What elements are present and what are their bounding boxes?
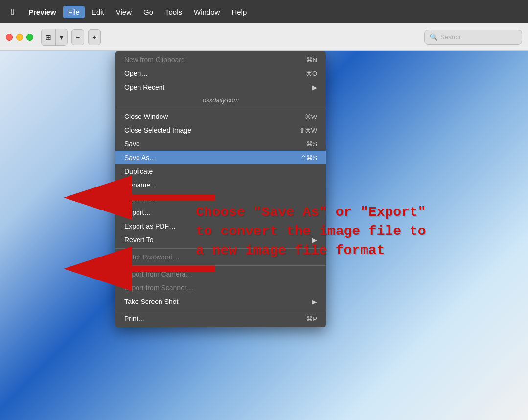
menubar-file[interactable]: File	[63, 6, 85, 18]
sidebar-toggle-group: ⊞ ▾	[41, 29, 68, 46]
zoom-in-icon: +	[92, 33, 96, 41]
menu-item-close-selected[interactable]: Close Selected Image ⇧⌘W	[115, 123, 326, 137]
menu-item-shortcut-take-screenshot: ▶	[312, 298, 317, 305]
menu-item-label-save-as: Save As…	[124, 154, 156, 162]
annotation-line-1: Choose "Save As" or "Export"	[196, 203, 518, 222]
menu-item-shortcut-print: ⌘P	[306, 315, 317, 323]
menu-item-duplicate[interactable]: Duplicate	[115, 164, 326, 178]
search-icon: 🔍	[430, 33, 437, 41]
chevron-down-icon: ▾	[60, 33, 63, 41]
menu-item-label-new-clipboard: New from Clipboard	[124, 56, 185, 64]
apple-menu[interactable]: 	[6, 5, 20, 19]
menu-item-label-import-scanner: Import from Scanner…	[124, 284, 194, 292]
traffic-lights	[6, 34, 33, 41]
close-button[interactable]	[6, 34, 13, 41]
menu-item-label-duplicate: Duplicate	[124, 167, 153, 175]
menu-item-open-recent[interactable]: Open Recent ▶	[115, 80, 326, 94]
menu-item-label-take-screenshot: Take Screen Shot	[124, 298, 179, 305]
menu-item-label-close-window: Close Window	[124, 113, 168, 120]
zoom-out-icon: −	[76, 33, 80, 41]
menubar-edit[interactable]: Edit	[87, 6, 109, 18]
menu-item-shortcut-close-selected: ⇧⌘W	[299, 127, 317, 134]
menu-item-label-export: Export…	[124, 209, 151, 216]
search-placeholder: Search	[440, 33, 460, 41]
menu-item-label-move-to: Move To…	[124, 195, 157, 203]
minimize-button[interactable]	[16, 34, 23, 41]
menu-item-shortcut-save-as: ⇧⌘S	[301, 154, 317, 162]
menubar:  Preview File Edit View Go Tools Window…	[0, 0, 528, 23]
separator-1	[115, 108, 326, 108]
toolbar: ⊞ ▾ − + 🔍 Search	[0, 23, 528, 51]
menu-item-close-window[interactable]: Close Window ⌘W	[115, 110, 326, 123]
separator-4	[115, 310, 326, 310]
annotation-text: Choose "Save As" or "Export" to convert …	[196, 203, 518, 260]
menubar-preview[interactable]: Preview	[23, 6, 61, 18]
menu-item-label-open: Open…	[124, 70, 148, 77]
sidebar-chevron-button[interactable]: ▾	[56, 29, 67, 45]
menu-item-save-as[interactable]: Save As… ⇧⌘S	[115, 151, 326, 164]
menu-item-label-open-recent: Open Recent	[124, 83, 165, 91]
menu-item-rename[interactable]: Rename…	[115, 178, 326, 192]
menu-item-shortcut-save: ⌘S	[306, 140, 317, 148]
menu-item-print[interactable]: Print… ⌘P	[115, 312, 326, 326]
zoom-in-button[interactable]: +	[88, 29, 101, 45]
apple-icon: 	[11, 7, 15, 17]
search-box[interactable]: 🔍 Search	[424, 30, 522, 45]
menu-item-shortcut-new-clipboard: ⌘N	[306, 56, 317, 64]
menubar-tools[interactable]: Tools	[160, 6, 187, 18]
menubar-window[interactable]: Window	[189, 6, 225, 18]
menu-item-take-screenshot[interactable]: Take Screen Shot ▶	[115, 295, 326, 308]
sidebar-icon: ⊞	[46, 33, 51, 41]
menu-item-label-print: Print…	[124, 315, 145, 323]
menubar-help[interactable]: Help	[227, 6, 252, 18]
menu-item-save[interactable]: Save ⌘S	[115, 137, 326, 151]
menu-item-import-scanner[interactable]: Import from Scanner…	[115, 281, 326, 295]
menu-item-label-rename: Rename…	[124, 181, 157, 189]
maximize-button[interactable]	[26, 34, 33, 41]
menu-item-new-clipboard[interactable]: New from Clipboard ⌘N	[115, 53, 326, 67]
zoom-out-button[interactable]: −	[71, 29, 84, 45]
menu-item-open[interactable]: Open… ⌘O	[115, 67, 326, 80]
menu-item-shortcut-open: ⌘O	[306, 70, 317, 77]
menubar-view[interactable]: View	[111, 6, 137, 18]
menu-item-shortcut-open-recent: ▶	[312, 84, 317, 91]
menu-item-label-export-pdf: Export as PDF…	[124, 222, 176, 230]
menu-item-label-close-selected: Close Selected Image	[124, 126, 191, 134]
menu-item-shortcut-close-window: ⌘W	[305, 113, 317, 120]
sidebar-toggle-button[interactable]: ⊞	[42, 29, 56, 45]
menu-item-import-camera[interactable]: Import from Camera…	[115, 267, 326, 281]
separator-3	[115, 265, 326, 266]
app-content: New from Clipboard ⌘N Open… ⌘O Open Rece…	[0, 51, 528, 420]
annotation-line-3: a new image file format	[196, 241, 518, 260]
menu-item-label-enter-password: Enter Password…	[124, 253, 180, 261]
watermark: osxdaily.com	[115, 94, 326, 106]
menu-item-label-import-camera: Import from Camera…	[124, 270, 192, 278]
annotation-line-2: to convert the image file to	[196, 222, 518, 241]
file-menu-dropdown: New from Clipboard ⌘N Open… ⌘O Open Rece…	[115, 51, 326, 327]
menubar-go[interactable]: Go	[138, 6, 158, 18]
menu-item-label-revert-to: Revert To	[124, 236, 154, 244]
menu-item-label-save: Save	[124, 140, 140, 148]
